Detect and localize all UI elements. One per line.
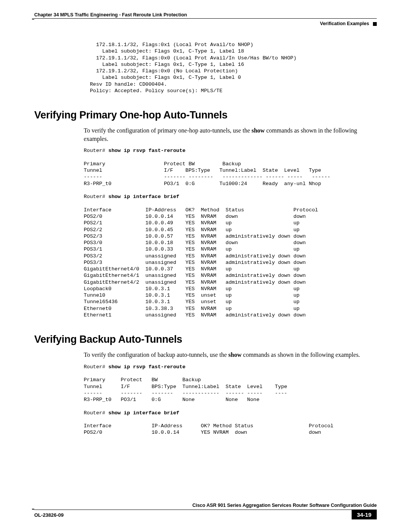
cli-block-1: Router# show ip rsvp fast-reroute Primar… bbox=[84, 147, 377, 318]
cli-block-2: Router# show ip rsvp fast-reroute Primar… bbox=[84, 364, 377, 436]
page-number: 34-19 bbox=[352, 510, 377, 519]
footer-doc-id: OL-23826-09 bbox=[34, 512, 64, 518]
intro-paragraph-2: To verify the configuration of backup au… bbox=[84, 351, 377, 359]
intro-paragraph-1: To verify the configuration of primary o… bbox=[84, 126, 377, 143]
heading-primary-onehop: Verifying Primary One-hop Auto-Tunnels bbox=[34, 109, 377, 121]
footer-book-title: Cisco ASR 901 Series Aggregation Service… bbox=[189, 503, 377, 508]
heading-backup-autotunnels: Verifying Backup Auto-Tunnels bbox=[34, 334, 377, 345]
page-footer: Cisco ASR 901 Series Aggregation Service… bbox=[34, 510, 377, 521]
section-label: Verification Examples bbox=[34, 21, 377, 26]
header-marker-icon bbox=[373, 22, 377, 26]
header-rule: Chapter 34 MPLS Traffic Engineering - Fa… bbox=[34, 11, 377, 19]
code-output-top: 172.18.1.1/32, Flags:0x1 (Local Prot Ava… bbox=[84, 42, 377, 94]
chapter-title: Chapter 34 MPLS Traffic Engineering - Fa… bbox=[34, 12, 187, 18]
section-label-text: Verification Examples bbox=[320, 21, 369, 26]
